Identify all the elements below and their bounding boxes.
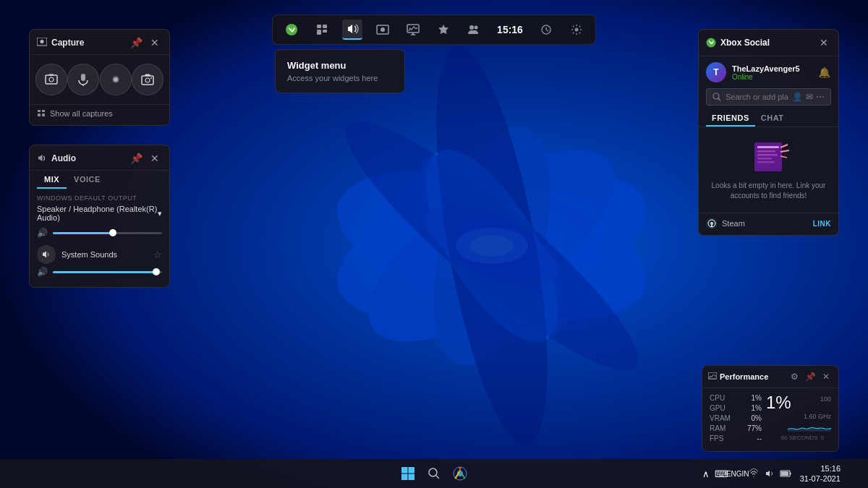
xbox-friends-tab[interactable]: FRIENDS xyxy=(706,110,755,127)
systray-lang[interactable]: ENGIN xyxy=(731,466,745,481)
svg-rect-79 xyxy=(790,473,791,475)
gamebar-achievement-btn[interactable] xyxy=(433,20,454,40)
gamebar-party-btn[interactable] xyxy=(464,20,484,40)
capture-close-btn[interactable]: ✕ xyxy=(148,35,162,50)
xbox-search-input[interactable] xyxy=(726,93,788,101)
capture-buttons-row xyxy=(30,55,169,104)
taskbar-start-button[interactable] xyxy=(396,462,420,485)
audio-main-volume-row: 🔊 xyxy=(37,228,162,238)
xbox-empty-illustration xyxy=(747,139,791,175)
xbox-search-bar[interactable]: 👤 ✉ ⋯ xyxy=(706,88,831,106)
system-sound-volume-icon: 🔊 xyxy=(37,267,48,277)
xbox-status: Online xyxy=(732,73,817,81)
perf-cpu-value: 1% xyxy=(752,394,762,402)
gamebar-settings-btn[interactable] xyxy=(566,20,587,40)
system-sounds-slider[interactable] xyxy=(53,271,162,273)
perf-vram-label: VRAM xyxy=(710,414,735,422)
performance-pin-btn[interactable]: 📌 xyxy=(804,370,817,383)
system-sounds-star[interactable]: ☆ xyxy=(153,249,162,260)
xbox-avatar: T xyxy=(706,62,726,82)
gamebar-performance-btn[interactable] xyxy=(403,20,423,40)
capture-panel-header-icons: 📌 ✕ xyxy=(129,35,162,50)
system-sounds-label: System Sounds xyxy=(61,250,117,259)
widget-menu-title: Widget menu xyxy=(287,60,393,71)
camera-button[interactable] xyxy=(132,64,163,95)
gamebar-xbox-btn[interactable] xyxy=(281,20,302,40)
xbox-close-btn[interactable]: ✕ xyxy=(817,35,831,50)
audio-panel-header-icons: 📌 ✕ xyxy=(129,151,162,166)
systray-wifi[interactable] xyxy=(746,466,761,481)
svg-rect-43 xyxy=(142,76,153,85)
xbox-username: TheLazyAvenger5 xyxy=(732,64,817,73)
performance-close-btn[interactable]: ✕ xyxy=(820,370,833,383)
taskbar-clock[interactable]: 15:16 31-07-2021 xyxy=(796,462,845,486)
svg-rect-81 xyxy=(850,468,860,479)
audio-close-btn[interactable]: ✕ xyxy=(148,151,162,166)
performance-frequency: 1.60 GHz xyxy=(804,413,831,420)
audio-voice-tab[interactable]: VOICE xyxy=(67,171,108,189)
svg-rect-36 xyxy=(46,75,57,84)
taskbar-search-button[interactable] xyxy=(422,462,446,485)
taskbar-date: 31-07-2021 xyxy=(800,474,841,484)
svg-rect-58 xyxy=(757,158,772,160)
taskbar-chrome-btn[interactable] xyxy=(448,462,472,485)
system-sound-icon xyxy=(37,245,56,264)
gamebar-capture-btn[interactable] xyxy=(373,20,393,40)
audio-pin-btn[interactable]: 📌 xyxy=(129,151,143,166)
gamebar-audio-btn[interactable] xyxy=(342,20,362,40)
xbox-panel-header-icons: ✕ xyxy=(817,35,831,50)
svg-rect-22 xyxy=(323,30,327,33)
xbox-add-friend-icon[interactable]: 👤 xyxy=(792,92,803,102)
capture-panel-title: Capture xyxy=(37,38,84,48)
audio-content: WINDOWS DEFAULT OUTPUT Speaker / Headpho… xyxy=(30,189,169,287)
svg-line-32 xyxy=(546,30,548,31)
capture-panel-icon xyxy=(37,38,47,48)
xbox-more-icon[interactable]: ⋯ xyxy=(816,92,825,102)
xbox-notification-bell[interactable]: 🔔 xyxy=(817,65,831,80)
audio-device-selector[interactable]: Speaker / Headphone (Realtek(R) Audio) ▾ xyxy=(37,205,162,222)
audio-mix-tab[interactable]: MIX xyxy=(37,171,67,189)
xbox-logo-icon xyxy=(706,38,716,48)
steam-link-button[interactable]: LINK xyxy=(813,220,831,228)
screenshot-button[interactable] xyxy=(35,64,67,95)
performance-panel: Performance ⚙ 📌 ✕ CPU 1% GPU 1% VRAM 0% … xyxy=(702,365,839,452)
record-button[interactable] xyxy=(100,64,132,95)
svg-line-72 xyxy=(436,476,439,479)
xbox-chat-tab[interactable]: CHAT xyxy=(755,110,790,127)
perf-fps-value: -- xyxy=(757,435,762,442)
main-volume-slider[interactable] xyxy=(53,232,162,234)
svg-rect-21 xyxy=(317,30,321,35)
svg-point-42 xyxy=(114,77,118,82)
taskbar-systray: ∧ ⌨ ENGIN xyxy=(699,466,793,481)
systray-battery[interactable] xyxy=(778,466,793,481)
gamebar-widget-btn[interactable] xyxy=(312,20,332,40)
microphone-button[interactable] xyxy=(67,64,99,95)
svg-rect-55 xyxy=(757,146,779,148)
search-icon xyxy=(712,93,721,101)
capture-panel-header: Capture 📌 ✕ xyxy=(30,30,169,55)
xbox-search-action-icons: 👤 ✉ ⋯ xyxy=(792,92,825,102)
performance-settings-btn[interactable]: ⚙ xyxy=(788,370,801,383)
gamebar-toolbar: 15:16 xyxy=(272,14,596,45)
xbox-empty-state: Looks a bit empty in here. Link your acc… xyxy=(699,127,838,213)
svg-point-29 xyxy=(475,26,478,30)
search-icon xyxy=(427,467,441,480)
xbox-title-row: Xbox Social xyxy=(706,38,770,48)
svg-rect-69 xyxy=(401,474,408,481)
systray-arrow-up[interactable]: ∧ xyxy=(699,466,713,481)
audio-output-label: WINDOWS DEFAULT OUTPUT xyxy=(37,194,162,202)
capture-pin-btn[interactable]: 📌 xyxy=(129,35,143,50)
svg-rect-67 xyxy=(401,467,408,474)
windows-logo-icon xyxy=(401,466,415,481)
svg-point-64 xyxy=(710,222,713,225)
show-all-captures-link[interactable]: Show all captures xyxy=(37,109,162,118)
perf-vram-row: VRAM 0% xyxy=(710,414,762,422)
xbox-invite-icon[interactable]: ✉ xyxy=(806,92,813,102)
system-sounds-volume-row: 🔊 xyxy=(37,267,162,277)
svg-rect-46 xyxy=(38,110,41,112)
perf-cpu-label: CPU xyxy=(710,394,735,402)
taskbar-notification-btn[interactable] xyxy=(848,466,862,481)
gamebar-watch-btn[interactable] xyxy=(536,20,556,40)
svg-point-28 xyxy=(469,25,474,30)
systray-volume[interactable] xyxy=(762,466,777,481)
